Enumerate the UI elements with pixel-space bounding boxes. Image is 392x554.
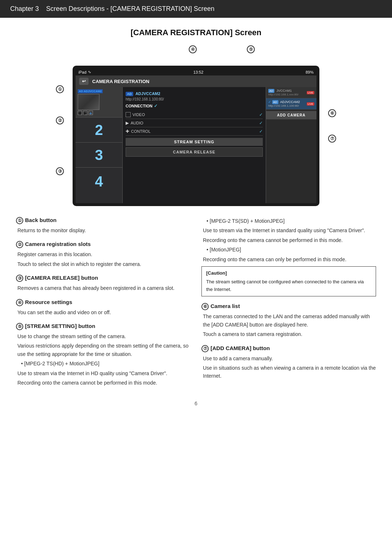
cam-detail-badge: AD	[126, 92, 133, 96]
camera-slot-top[interactable]: AD ADJVCCAM2 ■ ► +	[75, 87, 122, 118]
desc-circle-3: ③	[16, 275, 23, 282]
desc-heading-2: ② Camera registration slots	[16, 241, 191, 248]
callout-4: ④	[189, 45, 197, 53]
desc-body-6: The cameras connected to the LAN and the…	[201, 312, 376, 338]
checkmark-selected: ✓	[268, 100, 272, 104]
cam-detail-ip-label: http://192.168.1.100:80/	[126, 97, 263, 101]
ipad-label: iPad	[78, 70, 86, 74]
desc-item-2: ② Camera registration slots Register cam…	[16, 241, 191, 268]
callout-1: ①	[56, 85, 64, 93]
screen-body: AD ADJVCCAM2 ■ ► +	[75, 87, 317, 203]
control-icon: ✚	[126, 129, 129, 134]
screenshot-annotation-area: ④ ⑤ ① ② ③ ⑥ ⑦ iPad ∿	[62, 44, 330, 206]
connection-label: CONNECTION	[126, 104, 152, 108]
desc-heading-3: ③ [CAMERA RELEASE] button	[16, 275, 191, 282]
slot-2[interactable]: 2	[75, 118, 122, 143]
control-row[interactable]: ✚ CONTROL ✓	[126, 127, 263, 136]
desc-item-4: ④ Resource settings You can set the audi…	[16, 299, 191, 316]
cam-thumb-badge: AD ADJVCCAM2	[78, 89, 103, 93]
chapter-number: Chapter 3	[10, 5, 39, 12]
ipad-mock: iPad ∿ 13:52 89% ↩ CAMERA REGISTRATION	[73, 66, 319, 206]
wifi-icon: ∿	[88, 70, 91, 74]
cam-badge-2: AD	[272, 100, 278, 104]
desc-circle-7: ⑦	[201, 345, 209, 352]
desc-body-3: Removes a camera that has already been r…	[16, 284, 191, 292]
callout-5: ⑤	[247, 45, 255, 53]
slot-4[interactable]: 4	[75, 168, 122, 195]
audio-icon: ▶	[126, 120, 129, 126]
video-icon	[126, 112, 131, 117]
desc-col-right: • [MPEG-2 TS(SD) + MotionJPEG] Use to st…	[201, 217, 376, 393]
ipad-screen: iPad ∿ 13:52 89% ↩ CAMERA REGISTRATION	[75, 69, 317, 203]
desc-circle-1: ①	[16, 217, 23, 224]
stream-setting-button[interactable]: STREAM SETTING	[126, 138, 263, 146]
thumb-icon-2: ►	[83, 111, 87, 115]
desc-heading-7: ⑦ [ADD CAMERA] button	[201, 345, 376, 352]
status-time: 13:52	[193, 70, 204, 74]
desc-heading-5: ⑤ [STREAM SETTING] button	[16, 323, 191, 330]
cam-list-item-1[interactable]: AD JVCCAM1 http://192.168.1.xxx:80/ LIVE	[266, 87, 317, 98]
desc-title-4: Resource settings	[25, 299, 72, 305]
stream-setting-label: STREAM SETTING	[174, 140, 214, 144]
callout-2: ②	[56, 116, 64, 124]
desc-circle-6: ⑥	[201, 303, 209, 310]
bullet-mjpeg: • [MotionJPEG]	[207, 246, 376, 254]
video-row[interactable]: VIDEO ✓	[126, 111, 263, 119]
back-arrow-icon: ↩	[82, 79, 86, 84]
cam-detail-name-label: ADJVCCAM2	[135, 91, 160, 96]
nav-title: CAMERA REGISTRATION	[92, 79, 149, 84]
descriptions-area: ① Back button Returns to the monitor dis…	[16, 217, 376, 393]
add-camera-label: ADD CAMERA	[277, 113, 305, 117]
caution-title: [Caution]	[206, 270, 371, 277]
header-title: Screen Descriptions - [CAMERA REGISTRATI…	[46, 5, 215, 12]
audio-check-icon: ✓	[259, 120, 263, 126]
audio-row[interactable]: ▶ AUDIO ✓	[126, 119, 263, 127]
desc-item-7: ⑦ [ADD CAMERA] button Use to add a camer…	[201, 345, 376, 380]
live-badge-2: LIVE	[307, 102, 314, 106]
connection-row: CONNECTION ✓	[126, 103, 263, 108]
caution-body: The stream setting cannot be configured …	[206, 278, 371, 294]
desc-title-7: [ADD CAMERA] button	[211, 345, 270, 351]
video-check-icon: ✓	[259, 112, 263, 117]
cam-ip-2: http://192.168.1.100:80/	[268, 104, 300, 107]
desc-circle-4: ④	[16, 299, 23, 306]
callout-6: ⑥	[328, 109, 336, 117]
cam-name-1: JVCCAM1	[277, 89, 292, 93]
battery-indicator: 89%	[306, 70, 314, 74]
cam-badge-name: ADJVCCAM2	[84, 90, 102, 93]
slot-3[interactable]: 3	[75, 143, 122, 168]
cam-list-item-2[interactable]: ✓ AD ADJVCCAM2 http://192.168.1.100:80/ …	[266, 98, 317, 110]
desc-body-4: You can set the audio and video on or of…	[16, 308, 191, 316]
add-camera-button[interactable]: ADD CAMERA	[266, 111, 317, 119]
desc-body-7: Use to add a camera manually. Use in sit…	[201, 354, 376, 380]
live-badge-1: LIVE	[307, 91, 314, 94]
bullet-sd: • [MPEG-2 TS(SD) + MotionJPEG]	[207, 217, 376, 225]
camera-thumbnail	[78, 94, 99, 110]
header-bar: Chapter 3 Screen Descriptions - [CAMERA …	[0, 0, 392, 18]
right-panel: AD JVCCAM1 http://192.168.1.xxx:80/ LIVE	[266, 87, 317, 203]
control-label: CONTROL	[131, 129, 151, 134]
desc-title-2: Camera registration slots	[25, 241, 91, 247]
desc-item-6: ⑥ Camera list The cameras connected to t…	[201, 303, 376, 338]
ipad-status-left: iPad ∿	[78, 70, 91, 74]
thumb-icon-3: +	[89, 111, 93, 115]
video-label: VIDEO	[132, 112, 145, 117]
bullet-hd: • [MPEG-2 TS(HD) + MotionJPEG]	[21, 360, 191, 368]
desc-item-1: ① Back button Returns to the monitor dis…	[16, 217, 191, 234]
desc-item-3: ③ [CAMERA RELEASE] button Removes a came…	[16, 275, 191, 292]
back-button[interactable]: ↩	[79, 78, 89, 85]
thumb-icon-1: ■	[78, 111, 82, 115]
desc-body-1: Returns to the monitor display.	[16, 226, 191, 234]
desc-circle-2: ②	[16, 241, 23, 248]
middle-panel: AD ADJVCCAM2 http://192.168.1.100:80/ CO…	[123, 87, 266, 203]
cam-badge-text: AD	[79, 90, 83, 93]
desc-col-left: ① Back button Returns to the monitor dis…	[16, 217, 191, 393]
ipad-nav-bar: ↩ CAMERA REGISTRATION	[75, 75, 317, 87]
desc-body-5-cont: • [MPEG-2 TS(SD) + MotionJPEG] Use to st…	[201, 217, 376, 263]
cam-badge-1: AD	[268, 89, 274, 93]
desc-body-5: Use to change the stream setting of the …	[16, 332, 191, 387]
camera-release-button[interactable]: CAMERA RELEASE	[126, 147, 263, 157]
camera-release-label: CAMERA RELEASE	[173, 150, 216, 154]
page-number: 6	[16, 401, 376, 414]
desc-title-1: Back button	[25, 217, 57, 223]
